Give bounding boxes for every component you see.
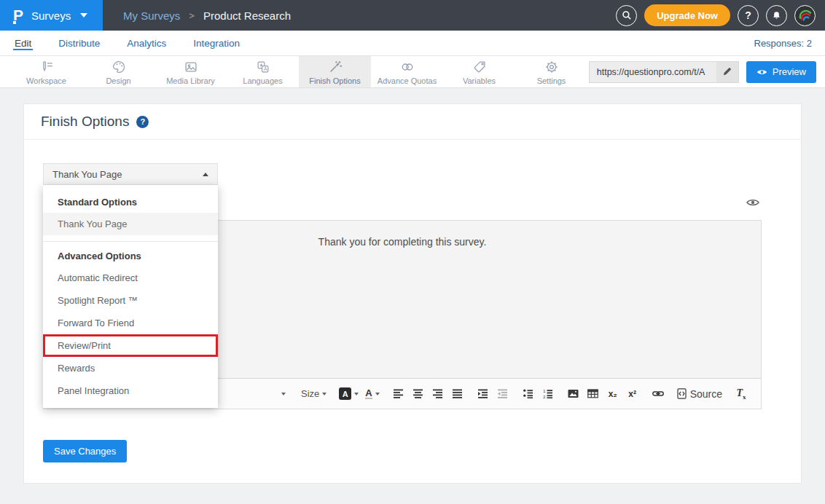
menu-item-automatic-redirect[interactable]: Automatic Redirect [43, 267, 218, 289]
align-left-button[interactable] [391, 385, 407, 403]
tab-analytics[interactable]: Analytics [125, 31, 168, 55]
image-icon [568, 389, 579, 398]
languages-icon: A [255, 59, 271, 75]
text-color-icon: A [365, 388, 372, 399]
media-library-icon [183, 59, 199, 75]
help-button[interactable]: ? [738, 5, 759, 26]
caret-down-icon [354, 393, 359, 395]
finish-options-help-button[interactable]: ? [136, 116, 149, 128]
preview-button[interactable]: Preview [746, 61, 816, 83]
insert-image-button[interactable] [566, 385, 582, 403]
svg-text:2: 2 [543, 395, 545, 398]
finish-option-select[interactable]: Thank You Page [43, 163, 218, 185]
survey-url-area: Preview [589, 56, 825, 87]
numbered-list-icon: 12 [543, 389, 552, 398]
upgrade-now-button[interactable]: Upgrade Now [644, 4, 730, 26]
finish-option-dropdown-menu: Standard Options Thank You Page Advanced… [43, 185, 218, 408]
outdent-icon [498, 389, 507, 398]
background-color-button[interactable]: A [337, 385, 360, 403]
toolbar-item-design[interactable]: Design [82, 56, 155, 87]
source-icon [677, 388, 687, 399]
align-right-button[interactable] [430, 385, 446, 403]
breadcrumb-my-surveys[interactable]: My Surveys [123, 9, 180, 22]
edit-toolbar: Workspace Design Media Library A Languag… [0, 56, 825, 88]
menu-item-thank-you-page[interactable]: Thank You Page [43, 213, 218, 235]
menu-item-panel-integration[interactable]: Panel Integration [43, 379, 218, 402]
table-icon [587, 389, 598, 398]
align-center-icon [413, 389, 423, 398]
toolbar-item-languages[interactable]: A Languages [227, 56, 299, 87]
search-button[interactable] [616, 5, 637, 26]
tag-icon [472, 59, 488, 75]
justify-button[interactable] [450, 385, 466, 403]
menu-group-advanced-options: Advanced Options [43, 246, 218, 267]
menu-item-forward-to-friend[interactable]: Forward To Friend [43, 312, 218, 334]
tab-distribute[interactable]: Distribute [57, 31, 101, 55]
numbered-list-button[interactable]: 12 [540, 385, 556, 403]
toolbar-item-variables[interactable]: Variables [443, 56, 515, 87]
source-button[interactable]: Source [676, 385, 724, 403]
caret-up-icon [203, 173, 208, 176]
product-menu-label: Surveys [31, 9, 71, 22]
toolbar-item-settings[interactable]: Settings [515, 56, 587, 87]
toolbar-item-workspace[interactable]: Workspace [10, 56, 82, 87]
editor-preview-toggle[interactable] [746, 198, 759, 207]
menu-item-spotlight-report[interactable]: Spotlight Report ™ [43, 289, 218, 312]
save-changes-button[interactable]: Save Changes [43, 440, 127, 462]
edit-url-button[interactable] [716, 62, 738, 82]
subscript-button[interactable]: x₂ [605, 385, 621, 403]
page-content: Finish Options ? Thank You Page Standard… [0, 88, 825, 484]
menu-divider [43, 241, 218, 242]
chain-links-icon [399, 59, 415, 75]
align-center-button[interactable] [410, 385, 426, 403]
breadcrumb: My Surveys > Product Research [103, 0, 291, 31]
align-left-icon [394, 389, 403, 398]
clear-formatting-button[interactable]: Tx [733, 385, 749, 403]
responses-count[interactable]: Responses: 2 [754, 31, 813, 55]
workspace-icon [39, 59, 55, 75]
surveys-product-menu[interactable]: P Surveys [0, 0, 103, 31]
format-dropdown[interactable] [274, 385, 290, 403]
superscript-button[interactable]: x² [625, 385, 641, 403]
bullet-list-button[interactable] [520, 385, 536, 403]
questionpro-logo-icon: P [13, 7, 23, 23]
gear-icon [544, 59, 560, 75]
card-body: Thank You Page Standard Options Thank Yo… [24, 140, 801, 462]
toolbar-item-advance-quotas[interactable]: Advance Quotas [371, 56, 443, 87]
tab-integration[interactable]: Integration [192, 31, 241, 55]
thank-you-message: Thank you for completing this survey. [318, 236, 487, 248]
question-mark-icon: ? [745, 9, 751, 21]
account-avatar[interactable] [794, 5, 816, 26]
caret-down-icon [281, 393, 286, 395]
avatar-logo-icon [796, 6, 815, 25]
design-palette-icon [111, 59, 127, 75]
edit-pencil-icon [722, 67, 732, 76]
justify-icon [453, 389, 462, 398]
topbar-actions: Upgrade Now ? [616, 0, 825, 31]
finish-options-card: Finish Options ? Thank You Page Standard… [23, 103, 802, 484]
indent-button[interactable] [475, 385, 491, 403]
toolbar-item-finish-options[interactable]: Finish Options [299, 56, 371, 87]
insert-table-button[interactable] [585, 385, 601, 403]
bullet-list-icon [523, 389, 533, 398]
link-icon [652, 389, 664, 398]
caret-down-icon [375, 393, 380, 395]
svg-text:A: A [263, 66, 267, 71]
clear-format-icon: Tx [737, 387, 746, 401]
survey-url-box [589, 61, 739, 83]
menu-item-rewards[interactable]: Rewards [43, 357, 218, 379]
card-header: Finish Options ? [24, 104, 801, 140]
notifications-button[interactable] [766, 5, 787, 26]
toolbar-item-media-library[interactable]: Media Library [155, 56, 227, 87]
menu-group-standard-options: Standard Options [43, 192, 218, 213]
survey-tab-bar: Edit Distribute Analytics Integration Re… [0, 31, 825, 56]
eye-icon [756, 68, 767, 76]
size-dropdown[interactable]: Size [300, 385, 328, 403]
caret-down-icon [80, 13, 87, 17]
insert-link-button[interactable] [650, 385, 666, 403]
indent-icon [478, 389, 488, 398]
text-color-button[interactable]: A [364, 385, 380, 403]
tab-edit[interactable]: Edit [13, 31, 33, 55]
menu-item-review-print[interactable]: Review/Print [43, 334, 218, 357]
outdent-button[interactable] [495, 385, 511, 403]
